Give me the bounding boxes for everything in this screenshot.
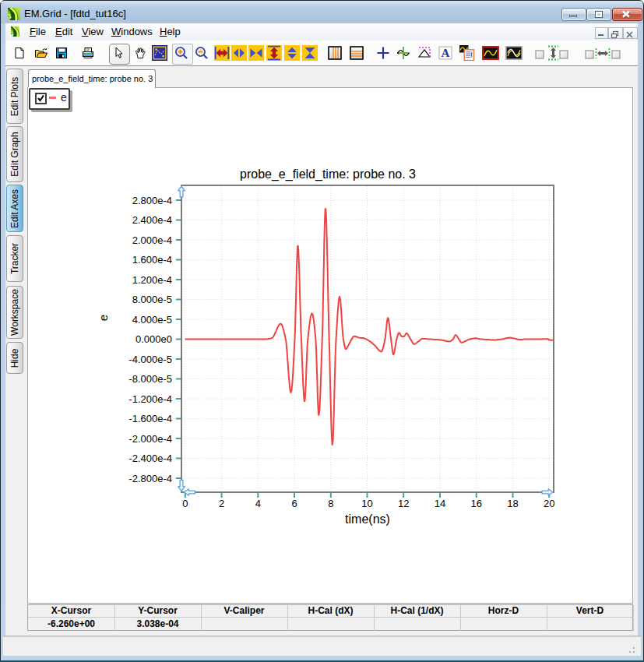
svg-text:4.000e-5: 4.000e-5 — [132, 314, 172, 326]
svg-text:2.000e-4: 2.000e-4 — [132, 234, 172, 246]
svg-text:time(ns): time(ns) — [345, 512, 390, 526]
svg-text:4: 4 — [255, 498, 261, 509]
svg-text:A: A — [442, 47, 450, 59]
svg-text:0: 0 — [182, 498, 188, 509]
svg-text:-2.800e-4: -2.800e-4 — [128, 473, 172, 484]
svg-text:probe_e_field_time: probe no.: probe_e_field_time: probe no. 3 — [240, 167, 416, 181]
svg-text:e: e — [97, 315, 110, 321]
svg-text:8.000e-5: 8.000e-5 — [132, 294, 172, 305]
svg-text:2.400e-4: 2.400e-4 — [132, 214, 172, 226]
svg-text:-8.000e-5: -8.000e-5 — [128, 373, 172, 385]
svg-text:12: 12 — [398, 498, 409, 509]
svg-text:8: 8 — [328, 498, 333, 509]
svg-text:6: 6 — [291, 498, 297, 509]
svg-text:2: 2 — [219, 498, 224, 509]
svg-text:1.200e-4: 1.200e-4 — [132, 274, 172, 286]
svg-text:-4.000e-5: -4.000e-5 — [128, 354, 172, 365]
svg-text:-1.200e-4: -1.200e-4 — [128, 393, 172, 405]
svg-text:14: 14 — [435, 498, 445, 509]
svg-text:-2.400e-4: -2.400e-4 — [128, 452, 172, 464]
svg-text:2.800e-4: 2.800e-4 — [132, 195, 172, 206]
svg-text:16: 16 — [470, 498, 481, 509]
svg-text:-1.600e-4: -1.600e-4 — [128, 413, 172, 424]
svg-text:10: 10 — [361, 498, 372, 509]
svg-text:18: 18 — [507, 498, 518, 509]
svg-text:1.600e-4: 1.600e-4 — [132, 254, 172, 266]
svg-text:20: 20 — [544, 498, 554, 509]
svg-text:-2.000e-4: -2.000e-4 — [128, 433, 172, 445]
svg-text:0.000e0: 0.000e0 — [135, 333, 172, 345]
